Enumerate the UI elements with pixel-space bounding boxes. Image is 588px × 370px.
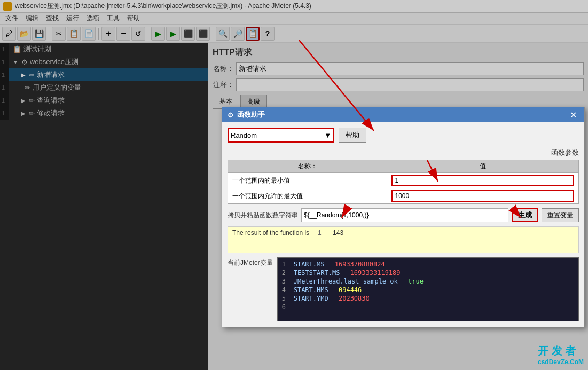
param-row-1: 一个范围内允许的最大值 (228, 188, 579, 204)
dialog-icon: ⚙ (228, 111, 234, 119)
result-label: The result of the function is (232, 229, 309, 237)
vars-section: 当前JMeter变量 1 START.MS 1693370880824 2 TE… (228, 257, 579, 321)
params-title: 函数参数 (228, 148, 579, 158)
watermark: 开 发 者 csdDevZe.CoM (538, 344, 584, 366)
var-linenum-5: 5 (282, 295, 291, 302)
col-value: 值 (387, 160, 579, 173)
var-line-2: 2 TESTSTART.MS 1693333119189 (282, 269, 574, 277)
dropdown-arrow-icon: ▼ (324, 131, 331, 139)
param-name-1: 一个范围内允许的最大值 (228, 188, 387, 204)
var-linenum-2: 2 (282, 269, 291, 277)
dialog-close-btn[interactable]: ✕ (568, 110, 579, 120)
result-value: 143 (333, 229, 343, 239)
var-linenum-3: 3 (282, 278, 291, 285)
var-value-2: 1693333119189 (350, 269, 401, 277)
var-sep-3 (401, 278, 405, 285)
vars-label: 当前JMeter变量 (228, 257, 273, 321)
func-help-btn[interactable]: 帮助 (339, 128, 366, 143)
var-sep-1 (327, 261, 331, 268)
func-dropdown[interactable]: Random ▼ (228, 128, 334, 143)
dialog-title: 函数助手 (237, 110, 265, 120)
copy-row: 拷贝并粘贴函数数字符串 生成 重置变量 (228, 208, 579, 222)
copy-input[interactable] (301, 208, 508, 222)
dialog-body: Random ▼ 帮助 函数参数 名称： 值 一个范围内的最小值 (222, 122, 584, 327)
var-line-3: 3 JMeterThread.last_sample_ok true (282, 277, 574, 286)
generate-btn[interactable]: 生成 (512, 208, 538, 222)
func-dialog: ⚙ 函数助手 ✕ Random ▼ 帮助 函数参数 名称： 值 (222, 107, 585, 327)
params-table: 名称： 值 一个范围内的最小值 一个范围内允许的最大值 (228, 160, 579, 204)
var-name-3: JMeterThread.last_sample_ok (294, 278, 398, 285)
func-selected: Random (231, 131, 257, 139)
col-name: 名称： (228, 160, 387, 173)
param-value-input-1[interactable] (391, 190, 574, 202)
var-line-1: 1 START.MS 1693370880824 (282, 260, 574, 269)
result-row: The result of the function is 1 143 (232, 229, 574, 239)
var-value-5: 20230830 (339, 295, 370, 302)
var-linenum-1: 1 (282, 261, 291, 268)
var-name-5: START.YMD (294, 295, 328, 302)
param-name-0: 一个范围内的最小值 (228, 173, 387, 188)
reset-btn[interactable]: 重置变量 (542, 208, 579, 222)
var-name-2: TESTSTART.MS (294, 269, 340, 277)
var-value-4: 094446 (339, 286, 362, 294)
var-sep-5 (332, 295, 335, 302)
watermark-main: 开 发 者 (538, 344, 584, 358)
var-linenum-6: 6 (282, 303, 291, 311)
watermark-sub: csdDevZe.CoM (538, 358, 584, 366)
var-name-1: START.MS (294, 261, 325, 268)
result-area: The result of the function is 1 143 (228, 226, 579, 253)
var-line-5: 5 START.YMD 20230830 (282, 294, 574, 303)
func-select-row: Random ▼ 帮助 (228, 128, 579, 143)
var-value-1: 1693370880824 (335, 261, 385, 268)
var-sep-4 (332, 286, 335, 294)
var-line-6: 6 (282, 303, 574, 311)
param-value-cell-1 (387, 188, 579, 204)
var-linenum-4: 4 (282, 286, 291, 294)
param-row-0: 一个范围内的最小值 (228, 173, 579, 188)
var-value-3: true (408, 278, 424, 285)
params-section: 函数参数 名称： 值 一个范围内的最小值 一 (228, 148, 579, 204)
var-line-4: 4 START.HMS 094446 (282, 286, 574, 294)
param-value-input-0[interactable] (391, 175, 574, 186)
var-name-4: START.HMS (294, 286, 328, 294)
copy-label: 拷贝并粘贴函数数字符串 (228, 211, 298, 220)
dialog-titlebar: ⚙ 函数助手 ✕ (222, 107, 584, 122)
result-linenum: 1 (318, 229, 326, 239)
vars-content: 1 START.MS 1693370880824 2 TESTSTART.MS … (277, 257, 579, 321)
param-value-cell-0 (387, 173, 579, 188)
var-sep-2 (343, 269, 347, 277)
